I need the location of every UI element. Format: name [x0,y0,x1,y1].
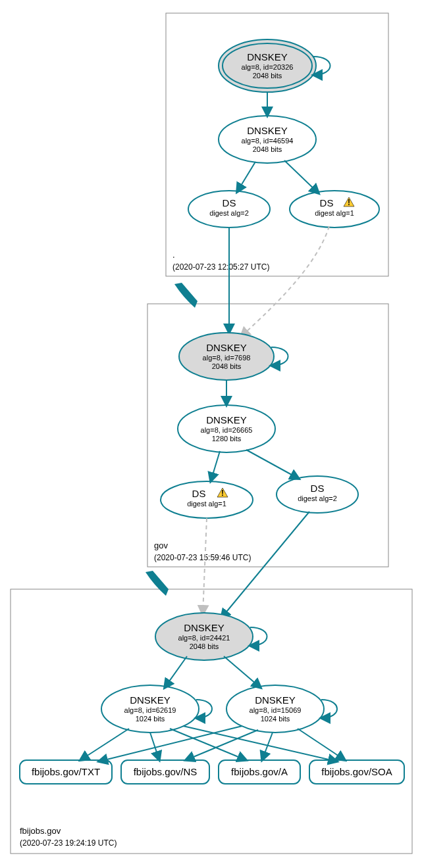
svg-text:DS: DS [192,488,206,499]
svg-text:1024 bits: 1024 bits [261,715,290,723]
zone-gov-label: gov [154,541,168,550]
edge-root-zsk-to-ds2 [237,162,255,192]
svg-text:alg=8, id=15069: alg=8, id=15069 [250,706,302,714]
svg-text:DNSKEY: DNSKEY [184,622,224,633]
edge-gov-ds1-to-fbi-ksk [203,518,207,614]
zone-fbi-ts: (2020-07-23 19:24:19 UTC) [20,838,117,848]
node-root-zsk: DNSKEY alg=8, id=46594 2048 bits [219,116,316,163]
edge-fbi-ksk-to-zsk-a [165,656,187,688]
svg-text:fbijobs.gov/TXT: fbijobs.gov/TXT [32,766,100,777]
svg-text:digest alg=1: digest alg=1 [187,500,226,508]
svg-text:fbijobs.gov/NS: fbijobs.gov/NS [134,766,198,777]
svg-text:digest alg=1: digest alg=1 [315,209,354,217]
svg-text:DNSKEY: DNSKEY [130,694,171,706]
node-rr-a: fbijobs.gov/A [219,760,300,784]
svg-text:DS: DS [311,483,325,494]
edge-gov-ds2-to-fbi-ksk [221,512,309,618]
svg-text:alg=8, id=26665: alg=8, id=26665 [201,426,253,434]
node-gov-ds1: DS digest alg=1 ! [161,481,253,518]
svg-text:1024 bits: 1024 bits [136,715,165,723]
node-rr-ns: fbijobs.gov/NS [121,760,209,784]
edge-fbi-ksk-to-zsk-b [224,656,261,688]
svg-text:fbijobs.gov/SOA: fbijobs.gov/SOA [321,766,392,777]
node-gov-zsk: DNSKEY alg=8, id=26665 1280 bits [178,405,275,452]
svg-text:digest alg=2: digest alg=2 [298,494,337,502]
svg-text:alg=8, id=24421: alg=8, id=24421 [178,634,230,642]
node-fbi-zsk-a: DNSKEY alg=8, id=62619 1024 bits [101,685,199,733]
svg-text:fbijobs.gov/A: fbijobs.gov/A [231,766,288,777]
svg-text:alg=8, id=20326: alg=8, id=20326 [242,63,294,71]
zone-root-label: . [172,250,175,260]
svg-text:DNSKEY: DNSKEY [247,125,288,136]
svg-text:2048 bits: 2048 bits [253,145,282,153]
zone-link-gov-to-fbi [145,571,169,596]
node-fbi-ksk: DNSKEY alg=8, id=24421 2048 bits [155,613,253,660]
edge-gov-zsk-to-ds1 [211,451,220,481]
svg-text:!: ! [348,198,350,207]
node-root-ds1: DS digest alg=1 ! [290,191,379,228]
svg-text:2048 bits: 2048 bits [253,72,282,80]
node-fbi-zsk-b: DNSKEY alg=8, id=15069 1024 bits [226,685,324,733]
zone-gov-ts: (2020-07-23 15:59:46 UTC) [154,553,251,562]
svg-text:2048 bits: 2048 bits [190,642,219,650]
node-root-ds2: DS digest alg=2 [188,191,270,228]
edge-zsk-b-to-txt [99,726,242,761]
zone-fbi-label: fbijobs.gov [20,826,61,836]
svg-text:DNSKEY: DNSKEY [247,51,288,62]
node-gov-ds2: DS digest alg=2 [277,476,358,513]
svg-text:digest alg=2: digest alg=2 [209,209,249,217]
node-gov-ksk: DNSKEY alg=8, id=7698 2048 bits [179,333,274,380]
node-root-ksk: DNSKEY alg=8, id=20326 2048 bits [219,39,316,92]
node-rr-txt: fbijobs.gov/TXT [20,760,112,784]
edge-zsk-a-to-a [170,729,246,760]
edge-root-zsk-to-ds1 [284,160,319,193]
node-rr-soa: fbijobs.gov/SOA [309,760,404,784]
zone-root-ts: (2020-07-23 12:05:27 UTC) [172,262,269,272]
svg-text:alg=8, id=7698: alg=8, id=7698 [203,354,251,362]
svg-text:!: ! [221,489,224,498]
svg-text:DNSKEY: DNSKEY [206,342,247,353]
svg-text:DS: DS [320,197,334,208]
edge-root-ds1-to-gov-ksk [241,226,329,337]
svg-text:DNSKEY: DNSKEY [255,694,296,706]
svg-text:2048 bits: 2048 bits [212,362,242,370]
dnssec-graph: . (2020-07-23 12:05:27 UTC) gov (2020-07… [0,0,422,868]
svg-text:DNSKEY: DNSKEY [206,414,247,425]
edge-gov-zsk-to-ds2 [246,450,299,479]
svg-text:alg=8, id=46594: alg=8, id=46594 [242,137,294,145]
svg-text:alg=8, id=62619: alg=8, id=62619 [124,706,176,714]
svg-text:1280 bits: 1280 bits [212,435,242,443]
svg-text:DS: DS [223,197,236,208]
edge-zsk-b-to-soa [298,729,345,760]
